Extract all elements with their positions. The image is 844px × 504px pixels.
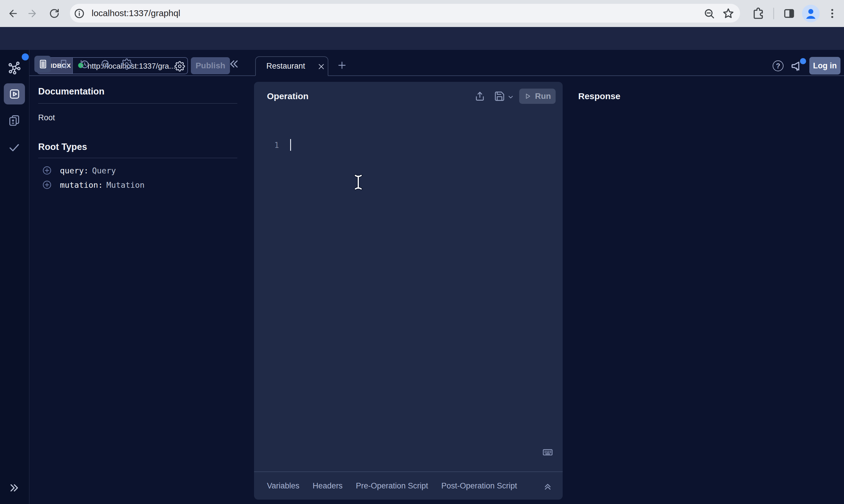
root-type-row-mutation: mutation: Mutation — [42, 180, 144, 190]
back-icon[interactable] — [7, 8, 18, 19]
bookmarks-tab-icon[interactable] — [58, 59, 69, 70]
browser-toolbar: localhost:1337/graphql — [0, 0, 844, 27]
url-text[interactable]: localhost:1337/graphql — [92, 8, 180, 18]
mutation-type-name[interactable]: Mutation — [106, 180, 144, 190]
footer-tab-variables[interactable]: Variables — [267, 481, 299, 490]
documentation-tab-icon[interactable] — [38, 59, 49, 70]
close-tab-icon[interactable] — [317, 62, 326, 71]
operation-footer-bar: Variables Headers Pre-Operation Script P… — [254, 471, 563, 500]
expand-footer-icon[interactable] — [542, 481, 553, 491]
footer-tab-pre-operation-script[interactable]: Pre-Operation Script — [356, 481, 428, 490]
app-sidebar — [0, 50, 29, 504]
menu-kebab-icon[interactable] — [826, 7, 839, 20]
collapse-docs-panel-icon[interactable] — [228, 58, 240, 70]
root-type-row-query: query: Query — [42, 165, 116, 176]
history-tab-icon[interactable] — [79, 58, 90, 70]
docs-divider — [38, 103, 237, 104]
run-play-icon — [524, 92, 532, 100]
settings-tab-gear-icon[interactable] — [121, 58, 133, 70]
side-panel-icon[interactable] — [782, 7, 795, 20]
endpoint-settings-gear-icon[interactable] — [174, 61, 185, 72]
add-mutation-field-icon[interactable] — [42, 180, 52, 190]
root-types-divider — [38, 158, 237, 158]
editor-line-number: 1 — [270, 141, 279, 150]
site-info-icon[interactable] — [73, 7, 85, 19]
footer-tab-headers[interactable]: Headers — [313, 481, 343, 490]
ibeam-mouse-cursor — [352, 174, 365, 191]
search-tab-icon[interactable] — [100, 58, 111, 70]
changelog-icon[interactable] — [7, 114, 21, 127]
tabbar-divider-right — [328, 75, 844, 76]
operation-editor[interactable]: 1 — [254, 110, 563, 471]
docs-panel-title: Documentation — [38, 86, 105, 97]
login-label: Log in — [813, 61, 837, 70]
query-field-name[interactable]: query: — [60, 166, 89, 175]
checks-icon[interactable] — [7, 141, 21, 154]
tab-label: Restaurant — [266, 61, 305, 71]
tabbar-divider-left — [29, 75, 255, 76]
mutation-field-name[interactable]: mutation: — [60, 180, 103, 190]
forward-icon — [27, 8, 38, 19]
share-operation-icon[interactable] — [474, 91, 485, 102]
response-panel-title: Response — [578, 91, 620, 101]
add-query-field-icon[interactable] — [42, 165, 52, 176]
toolbar-divider — [773, 7, 774, 19]
extensions-icon[interactable] — [752, 7, 765, 20]
save-options-chevron-icon[interactable] — [507, 94, 514, 101]
schema-graph-icon[interactable] — [7, 60, 22, 75]
operation-panel: Operation Run 1 Variables Headers Pre-Op… — [254, 82, 563, 500]
run-button[interactable]: Run — [519, 89, 556, 104]
schema-notification-dot — [22, 53, 29, 60]
publish-label: Publish — [195, 61, 225, 70]
help-icon: ? — [776, 62, 780, 70]
expand-sidebar-icon[interactable] — [8, 482, 20, 494]
new-tab-icon[interactable] — [337, 60, 347, 71]
help-button[interactable]: ? — [773, 60, 783, 71]
apollo-sandbox-screen: localhost:1337/graphql A SANDBOX http://… — [0, 0, 844, 504]
query-type-name[interactable]: Query — [92, 166, 116, 175]
keyboard-shortcuts-icon[interactable] — [542, 446, 554, 458]
profile-avatar[interactable] — [802, 5, 820, 22]
editor-caret — [290, 139, 291, 151]
reload-icon[interactable] — [49, 7, 60, 19]
operation-title: Operation — [267, 91, 309, 101]
footer-tab-post-operation-script[interactable]: Post-Operation Script — [442, 481, 517, 490]
login-button[interactable]: Log in — [809, 57, 841, 74]
save-operation-icon[interactable] — [494, 91, 505, 102]
explorer-play-icon[interactable] — [8, 87, 21, 101]
publish-button[interactable]: Publish — [191, 57, 230, 74]
announcement-notification-dot — [800, 58, 806, 64]
run-label: Run — [535, 92, 551, 101]
tab-restaurant[interactable]: Restaurant — [255, 56, 328, 76]
apollo-header: A SANDBOX http://localhost:1337/gra... P… — [0, 27, 844, 50]
bookmark-star-icon[interactable] — [722, 7, 735, 20]
zoom-out-icon[interactable] — [703, 7, 716, 20]
docs-root-item[interactable]: Root — [38, 113, 55, 122]
root-types-title: Root Types — [38, 142, 87, 152]
